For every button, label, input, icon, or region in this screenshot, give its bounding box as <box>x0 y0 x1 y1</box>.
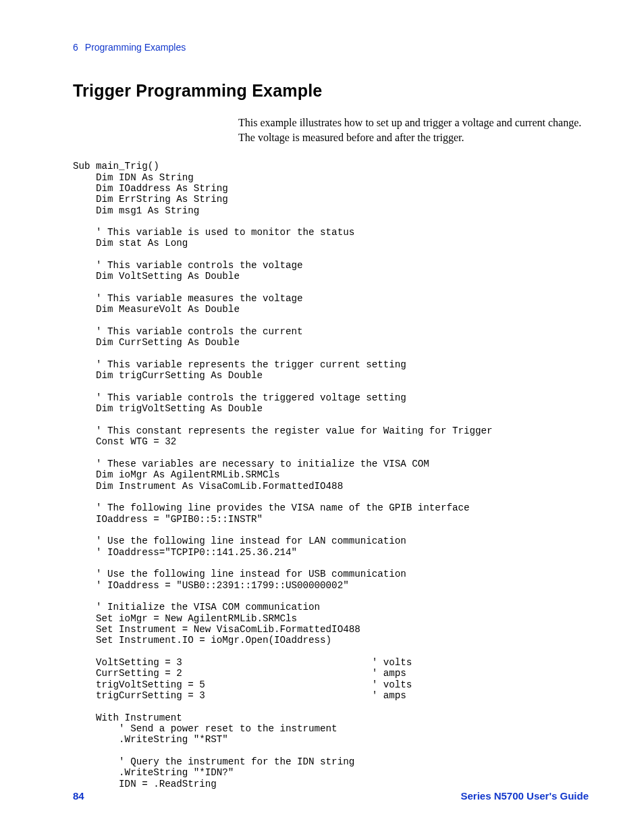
running-header: 6Programming Examples <box>73 42 589 53</box>
book-title: Series N5700 User's Guide <box>460 790 589 802</box>
chapter-number: 6 <box>73 42 78 53</box>
section-intro: This example illustrates how to set up a… <box>238 115 582 145</box>
chapter-title: Programming Examples <box>85 42 186 53</box>
page: 6Programming Examples Trigger Programmin… <box>0 0 644 834</box>
section-title: Trigger Programming Example <box>73 81 589 101</box>
code-listing: Sub main_Trig() Dim IDN As String Dim IO… <box>73 161 589 789</box>
page-footer: 84 Series N5700 User's Guide <box>73 790 589 802</box>
page-number: 84 <box>73 790 84 802</box>
